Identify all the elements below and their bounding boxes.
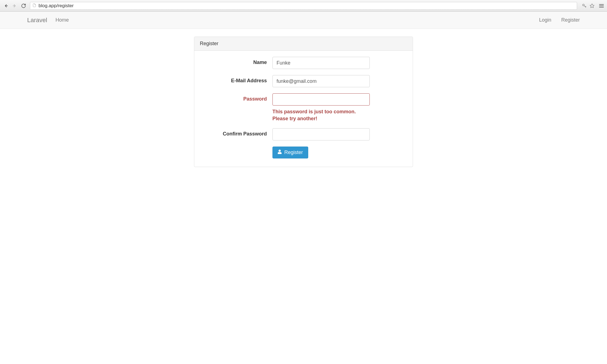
main-container: Register Name E-Mail Address Password Th… <box>194 37 413 167</box>
browser-right-icons <box>581 2 605 9</box>
email-input[interactable] <box>272 75 370 87</box>
key-icon[interactable] <box>581 2 588 9</box>
hamburger-menu-icon[interactable] <box>598 2 605 9</box>
password-error-message: This password is just too common. Please… <box>272 108 370 122</box>
form-group-password: Password This password is just too commo… <box>200 93 407 122</box>
form-group-email: E-Mail Address <box>200 75 407 87</box>
browser-toolbar: blog.app/register <box>0 0 607 12</box>
register-panel: Register Name E-Mail Address Password Th… <box>194 37 413 167</box>
confirm-password-label: Confirm Password <box>200 128 272 137</box>
password-input[interactable] <box>272 93 370 106</box>
nav-link-home[interactable]: Home <box>55 17 69 23</box>
form-group-confirm-password: Confirm Password <box>200 128 407 140</box>
navbar-brand[interactable]: Laravel <box>27 17 47 24</box>
register-button[interactable]: Register <box>272 147 308 158</box>
register-button-label: Register <box>284 150 303 155</box>
nav-link-login[interactable]: Login <box>539 17 551 23</box>
password-label: Password <box>200 93 272 102</box>
nav-link-register[interactable]: Register <box>561 17 580 23</box>
form-group-name: Name <box>200 57 407 69</box>
name-label: Name <box>200 57 272 65</box>
form-group-submit: Register <box>200 147 407 158</box>
url-text: blog.app/register <box>39 3 74 9</box>
name-input[interactable] <box>272 57 370 69</box>
panel-body: Name E-Mail Address Password This passwo… <box>194 51 413 167</box>
file-icon <box>32 3 36 8</box>
navbar-left: Laravel Home <box>27 17 69 24</box>
confirm-password-input[interactable] <box>272 128 370 140</box>
email-label: E-Mail Address <box>200 75 272 84</box>
address-bar[interactable]: blog.app/register <box>30 2 577 10</box>
app-navbar: Laravel Home Login Register <box>0 12 607 29</box>
navbar-right: Login Register <box>539 17 580 23</box>
star-icon[interactable] <box>589 2 595 9</box>
forward-button[interactable] <box>11 2 18 9</box>
user-icon <box>278 150 282 155</box>
reload-button[interactable] <box>20 2 27 9</box>
back-button[interactable] <box>2 2 9 9</box>
panel-heading: Register <box>194 37 413 51</box>
svg-marker-3 <box>590 4 594 7</box>
